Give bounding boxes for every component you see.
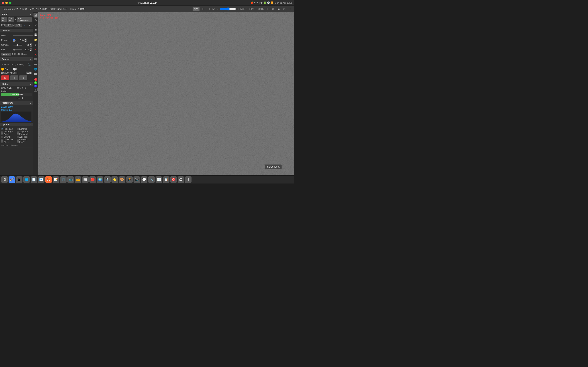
- crosshair-icon[interactable]: ✛: [265, 7, 269, 11]
- darkgray-btn[interactable]: ▼: [34, 57, 38, 62]
- option-reticle[interactable]: Reticle: [1, 133, 16, 135]
- svg-rect-1: [35, 16, 35, 17]
- alert-btn[interactable]: ● ▼: [34, 52, 38, 57]
- dock-app1[interactable]: 📱: [16, 176, 22, 183]
- zoom-200[interactable]: 200%: [258, 8, 264, 10]
- control-section-header[interactable]: Control ▲: [0, 29, 33, 33]
- roi-x-input[interactable]: [5, 24, 13, 27]
- green-channel-btn[interactable]: [34, 81, 37, 84]
- fps-down[interactable]: ▼: [30, 50, 32, 51]
- stop-button[interactable]: ⏹: [19, 75, 27, 80]
- dock-app2[interactable]: 🌐: [23, 176, 30, 183]
- pause-button[interactable]: ⏸: [10, 75, 18, 80]
- exposure-up[interactable]: ▲: [25, 39, 26, 40]
- dock-app15[interactable]: 🎨: [119, 176, 125, 183]
- dock-app16[interactable]: 📸: [126, 176, 133, 183]
- stretch-btn[interactable]: ⤢ ▼: [34, 23, 38, 27]
- gamma-down[interactable]: ▼: [30, 45, 32, 47]
- dock-app7[interactable]: 🎵: [60, 176, 67, 183]
- dock-app20[interactable]: 📊: [156, 176, 162, 183]
- close-button[interactable]: [2, 2, 4, 4]
- dock-app10[interactable]: 📰: [82, 176, 89, 183]
- red-channel-btn[interactable]: [34, 78, 37, 81]
- sun-filter[interactable]: Sun: [1, 68, 8, 71]
- dock-app13[interactable]: 🔭: [104, 176, 111, 183]
- option-alignbox[interactable]: Align-Box: [17, 131, 32, 133]
- dock-app3[interactable]: 📄: [31, 176, 37, 183]
- play-button[interactable]: ▶: [1, 75, 9, 80]
- image-section-header[interactable]: Image ▲: [0, 12, 33, 16]
- add-channel-btn[interactable]: +: [34, 88, 38, 92]
- histogram-toggle-btn[interactable]: [34, 13, 38, 17]
- dock-app4[interactable]: 📧: [38, 176, 44, 183]
- minimize-button[interactable]: [5, 2, 8, 4]
- flipy-check: [17, 141, 19, 143]
- capture-section-header[interactable]: Capture ▲: [0, 57, 33, 61]
- dock-app17[interactable]: 📷: [134, 176, 140, 183]
- option-ephems[interactable]: Ephems: [17, 128, 32, 130]
- display-icon[interactable]: ▣: [277, 7, 281, 11]
- fps-up[interactable]: ▲: [30, 48, 32, 50]
- dock-app5[interactable]: 🦊: [45, 176, 52, 183]
- gamma-stepper[interactable]: ▲ ▼: [30, 43, 32, 47]
- dock-app6[interactable]: 📝: [53, 176, 59, 183]
- dock-app19[interactable]: 🔧: [148, 176, 155, 183]
- option-autoguide[interactable]: Autoguide: [17, 136, 32, 138]
- dock-app23[interactable]: 🖼: [178, 176, 184, 183]
- dock-app22[interactable]: 🎯: [170, 176, 177, 183]
- trash-btn[interactable]: 🗑: [34, 42, 38, 47]
- exposure-stepper[interactable]: ▲ ▼: [25, 39, 26, 42]
- dock-app24[interactable]: 🗑: [185, 176, 191, 183]
- roi-arrows-icon[interactable]: ⇔: [22, 23, 27, 27]
- option-flatfield[interactable]: FlatField: [17, 138, 32, 141]
- layers-btn[interactable]: ≋ ▼: [34, 28, 38, 32]
- folder-btn[interactable]: 📁: [34, 38, 38, 42]
- minus-btn[interactable]: ▼: [34, 62, 38, 67]
- option-focushelp[interactable]: FocusHelp: [17, 133, 32, 135]
- clock-icon[interactable]: ⏱: [282, 7, 287, 11]
- zoom-50[interactable]: 50%: [241, 8, 245, 10]
- dock-app9[interactable]: 📻: [75, 176, 81, 183]
- option-autoalign[interactable]: AutoAlign: [1, 131, 16, 133]
- zoom-100[interactable]: 100%: [249, 8, 254, 10]
- option-darkframe[interactable]: Darkframe: [1, 138, 16, 141]
- save-btn[interactable]: 💾: [34, 33, 38, 37]
- more-button[interactable]: More ▼: [1, 53, 11, 56]
- fit-icon[interactable]: ⊡: [207, 7, 211, 11]
- histogram-section-header[interactable]: Histogram ▲: [0, 101, 33, 105]
- status-section-header[interactable]: Status ▲: [0, 82, 33, 86]
- preview-canvas[interactable]: Zoom 52% Next Frame in 7 sec: [38, 12, 294, 175]
- dock-app21[interactable]: 📋: [163, 176, 169, 183]
- option-flipx[interactable]: Flip X: [1, 141, 16, 143]
- blue-channel-btn[interactable]: [34, 85, 37, 87]
- fps-stepper[interactable]: ▲ ▼: [30, 48, 32, 51]
- planet-btn[interactable]: 🌐 ▼: [34, 67, 38, 71]
- option-cutout[interactable]: CutOut: [1, 136, 16, 138]
- camera-small-icon[interactable]: 📷: [27, 62, 32, 67]
- zoom-slider[interactable]: [220, 7, 236, 11]
- dock-app11[interactable]: 🔴: [89, 176, 96, 183]
- dock-app8[interactable]: 📺: [67, 176, 74, 183]
- roi-dropdown-icon[interactable]: ▼: [27, 23, 32, 27]
- option-flipy[interactable]: Flip Y: [17, 141, 32, 143]
- gamma-up[interactable]: ▲: [30, 43, 32, 45]
- options-section-header[interactable]: Options ▲: [0, 123, 33, 126]
- record-btn[interactable]: ■ ▼: [34, 47, 38, 52]
- dock-launchpad[interactable]: 🚀: [9, 176, 15, 183]
- option-histogram[interactable]: ✓ Histogram: [1, 128, 16, 130]
- roi-y-input[interactable]: [15, 24, 22, 27]
- zoom-max-button[interactable]: MAX: [192, 7, 200, 11]
- crosshair-btn[interactable]: ⊕ ▼: [34, 18, 38, 22]
- maximize-button[interactable]: [9, 2, 11, 4]
- fullscreen-icon[interactable]: ⊞: [201, 7, 205, 11]
- gain-slider[interactable]: [13, 35, 33, 36]
- exposure-down[interactable]: ▼: [25, 40, 26, 42]
- dock-app14[interactable]: ⭐: [112, 176, 118, 183]
- add-icon[interactable]: ＋: [288, 7, 292, 11]
- counter-btn[interactable]: 999 ▼: [34, 72, 38, 76]
- dock-app12[interactable]: 🌍: [97, 176, 103, 183]
- dock-finder[interactable]: 🖥: [1, 176, 8, 183]
- dock-app18[interactable]: 💬: [141, 176, 147, 183]
- l-filter[interactable]: L: [13, 68, 17, 71]
- sun-icon2[interactable]: ☀: [271, 7, 275, 11]
